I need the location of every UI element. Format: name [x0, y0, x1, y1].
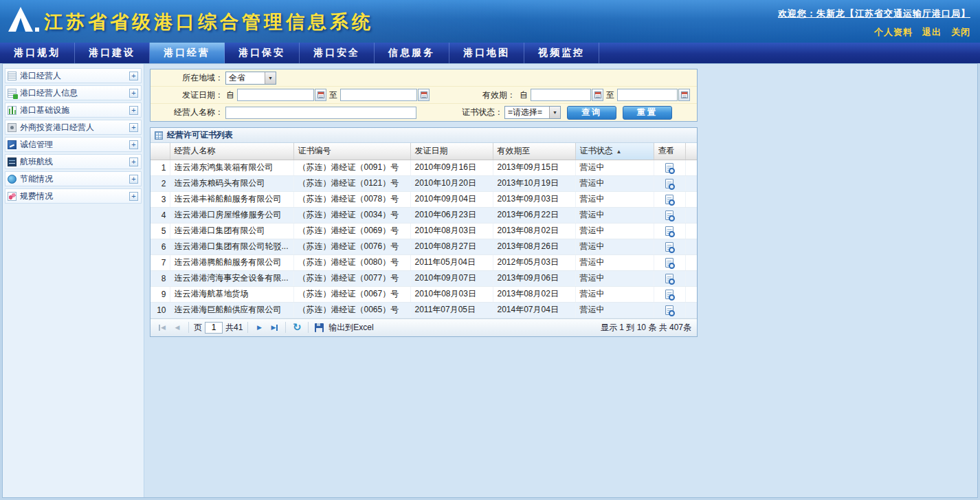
expand-plus-icon[interactable]: + [129, 140, 138, 149]
view-certificate-icon[interactable] [665, 210, 673, 220]
cert-no-cell: （苏连）港经证（0069）号 [293, 223, 410, 239]
user-link[interactable]: 个人资料 [874, 26, 913, 39]
sidebar-item[interactable]: 规费情况 + [5, 188, 142, 204]
scroll-gutter [685, 254, 697, 270]
sidebar-item[interactable]: 港口经营人信息 + [5, 85, 142, 100]
query-button[interactable]: 查询 [567, 106, 616, 120]
view-certificate-icon[interactable] [665, 226, 673, 236]
view-certificate-icon[interactable] [665, 305, 673, 315]
nav-tab[interactable]: 港口经营 [150, 43, 225, 63]
export-excel-button[interactable]: 输出到Excel [328, 322, 373, 334]
nav-tab[interactable]: 港口建设 [75, 43, 150, 63]
scroll-gutter [685, 207, 697, 223]
nav-tab[interactable]: 港口保安 [225, 43, 300, 63]
sidebar-item[interactable]: 节能情况 + [5, 171, 142, 186]
refresh-icon[interactable]: ↻ [291, 321, 303, 334]
sidebar-item-label: 港口基础设施 [20, 105, 129, 116]
table-row[interactable]: 10 连云港海巨船舶供应有限公司 （苏连）港经证（0065）号 2011年07月… [151, 302, 697, 318]
first-page-button[interactable]: ◀ [156, 321, 168, 334]
table-row[interactable]: 7 连云港港腾船舶服务有限公司 （苏连）港经证（0080）号 2011年05月0… [151, 254, 697, 270]
user-link[interactable]: 关闭 [951, 26, 970, 39]
sidebar-item[interactable]: 港口基础设施 + [5, 102, 142, 118]
certificate-table: 经营人名称 证书编号 发证日期 有效期至 证书状态▲ 查看 1 连云港东鸿集装箱… [151, 143, 697, 318]
col-status-sorted[interactable]: 证书状态▲ [575, 143, 654, 160]
validity-from-input[interactable] [531, 89, 591, 101]
sidebar-item-label: 节能情况 [20, 173, 129, 185]
scroll-gutter [685, 239, 697, 254]
filter-row-region: 所在地域： 全省 ▼ [151, 69, 697, 87]
expand-plus-icon[interactable]: + [129, 123, 138, 132]
main-nav: 港口规划 港口建设 港口经营 港口保安 港口安全 信息服务 港口地图 视频监控 [0, 43, 980, 63]
validity-to-input[interactable] [617, 89, 678, 101]
table-row[interactable]: 3 连云港丰裕船舶服务有限公司 （苏连）港经证（0078）号 2010年09月0… [151, 191, 697, 207]
table-row[interactable]: 5 连云港港口集团有限公司 （苏连）港经证（0069）号 2010年08月03日… [151, 223, 697, 239]
nav-tab-label: 视频监控 [538, 47, 585, 59]
expand-plus-icon[interactable]: + [129, 192, 138, 201]
table-row[interactable]: 2 连云港东粮码头有限公司 （苏连）港经证（0121）号 2010年10月20日… [151, 175, 697, 191]
operator-name-cell: 连云港港腾船舶服务有限公司 [170, 254, 293, 270]
calendar-icon[interactable] [592, 89, 603, 101]
nav-tab[interactable]: 视频监控 [524, 43, 599, 63]
table-row[interactable]: 4 连云港港口房屋维修服务公司 （苏连）港经证（0034）号 2010年06月2… [151, 207, 697, 223]
nav-tab-label: 港口地图 [463, 47, 510, 59]
expand-plus-icon[interactable]: + [129, 175, 138, 184]
expand-plus-icon[interactable]: + [129, 89, 138, 98]
view-certificate-icon[interactable] [665, 290, 673, 299]
expand-plus-icon[interactable]: + [129, 106, 138, 115]
view-certificate-icon[interactable] [665, 195, 673, 204]
page-number-input[interactable] [205, 322, 223, 334]
nav-tab[interactable]: 港口地图 [449, 43, 524, 63]
view-certificate-icon[interactable] [665, 179, 673, 188]
status-cell: 营运中 [575, 270, 654, 286]
table-row[interactable]: 1 连云港东鸿集装箱有限公司 （苏连）港经证（0091）号 2010年09月16… [151, 160, 697, 175]
col-operator[interactable]: 经营人名称 [170, 143, 293, 160]
table-row[interactable]: 6 连云港港口集团有限公司轮驳... （苏连）港经证（0076）号 2010年0… [151, 239, 697, 254]
issue-date-to-input[interactable] [340, 89, 417, 101]
certificate-list-panel: 经营许可证书列表 经营人名称 证书编号 发证日期 有 [150, 127, 698, 337]
nav-tab[interactable]: 信息服务 [375, 43, 449, 63]
operator-name-input[interactable] [225, 107, 416, 119]
cert-status-select[interactable]: =请选择= ▼ [504, 106, 561, 119]
record-count-summary: 显示 1 到 10 条 共 407条 [601, 322, 691, 334]
expand-plus-icon[interactable]: + [129, 157, 138, 166]
calendar-icon[interactable] [418, 89, 430, 101]
prev-page-button[interactable]: ◀ [171, 321, 183, 334]
sidebar-item[interactable]: 港口经营人 + [5, 68, 142, 83]
scroll-gutter [685, 160, 697, 175]
cert-no-cell: （苏连）港经证（0080）号 [293, 254, 410, 270]
row-number: 6 [151, 239, 170, 254]
table-row[interactable]: 8 连云港港湾海事安全设备有限... （苏连）港经证（0077）号 2010年0… [151, 270, 697, 286]
cert-no-cell: （苏连）港经证（0077）号 [293, 270, 410, 286]
col-valid-until[interactable]: 有效期至 [493, 143, 575, 160]
save-disk-icon [315, 323, 324, 332]
row-number: 1 [151, 160, 170, 175]
view-certificate-icon[interactable] [665, 163, 673, 173]
reset-button[interactable]: 重置 [623, 106, 672, 120]
nav-tab[interactable]: 港口安全 [300, 43, 375, 63]
view-certificate-icon[interactable] [665, 258, 673, 268]
issue-date-from-input[interactable] [237, 89, 314, 101]
calendar-icon[interactable] [315, 89, 326, 101]
table-row[interactable]: 9 连云港海航基地货场 （苏连）港经证（0067）号 2010年08月03日 2… [151, 286, 697, 302]
last-page-button[interactable]: ▶ [268, 321, 280, 334]
user-link[interactable]: 退出 [922, 26, 942, 39]
sidebar-item[interactable]: 诚信管理 + [5, 137, 142, 152]
sidebar-item[interactable]: 航班航线 + [5, 154, 142, 169]
status-cell: 营运中 [575, 239, 654, 254]
next-page-button[interactable]: ▶ [253, 321, 265, 334]
nav-tab[interactable]: 港口规划 [0, 43, 75, 63]
region-select[interactable]: 全省 ▼ [225, 72, 276, 85]
col-issue-date[interactable]: 发证日期 [410, 143, 493, 160]
status-cell: 营运中 [575, 302, 654, 318]
calendar-icon[interactable] [678, 89, 690, 101]
col-cert-no[interactable]: 证书编号 [293, 143, 410, 160]
operator-name-label: 经营人名称： [151, 107, 223, 118]
issue-date-cell: 2010年09月07日 [410, 270, 493, 286]
operator-name-cell: 连云港丰裕船舶服务有限公司 [170, 191, 293, 207]
valid-until-cell: 2013年06月22日 [493, 207, 575, 223]
expand-plus-icon[interactable]: + [129, 72, 138, 80]
view-certificate-icon[interactable] [665, 274, 673, 283]
view-certificate-icon[interactable] [665, 242, 673, 252]
sidebar-item[interactable]: 外商投资港口经营人 + [5, 120, 142, 135]
fees-icon [8, 192, 16, 201]
